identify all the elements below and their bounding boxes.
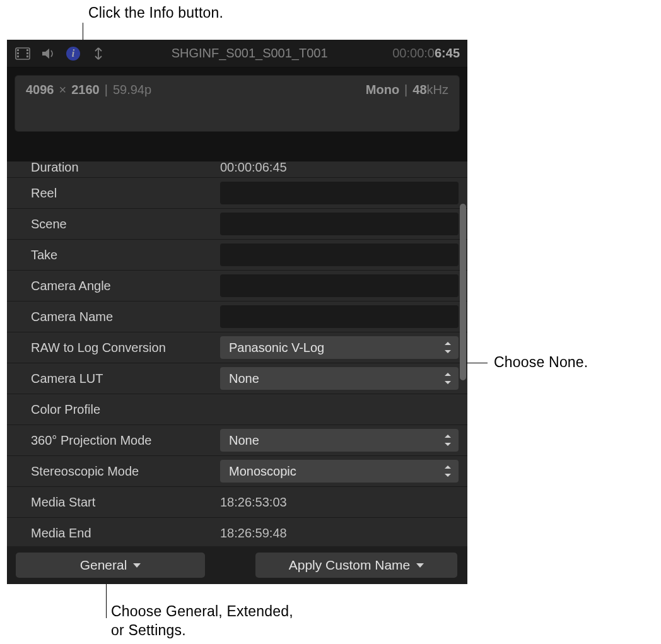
duration-label: Duration <box>31 161 220 175</box>
updown-arrows-icon <box>443 373 452 384</box>
svg-rect-2 <box>17 52 19 54</box>
summary-times: × <box>59 83 67 97</box>
property-list: Duration 00:00:06:45 Reel Scene Take Cam… <box>7 161 467 546</box>
media-end-value: 18:26:59:48 <box>220 526 459 541</box>
projection-mode-label: 360° Projection Mode <box>31 433 220 448</box>
camera-angle-label: Camera Angle <box>31 279 220 293</box>
summary-audio-mode: Mono <box>366 83 399 97</box>
updown-arrows-icon <box>443 342 452 353</box>
metadata-view-label: General <box>80 558 127 573</box>
raw-to-log-label: RAW to Log Conversion <box>31 341 220 355</box>
media-end-row: Media End 18:26:59:48 <box>7 518 467 546</box>
stereoscopic-mode-value: Monoscopic <box>229 464 296 479</box>
media-end-label: Media End <box>31 526 220 541</box>
projection-mode-row: 360° Projection Mode None <box>7 425 467 456</box>
updown-arrows-icon <box>443 435 452 446</box>
take-input[interactable] <box>220 243 459 266</box>
callout-none: Choose None. <box>494 353 588 372</box>
summary-audio-rate: 48 <box>412 83 426 97</box>
stereoscopic-mode-row: Stereoscopic Mode Monoscopic <box>7 456 467 487</box>
camera-name-input[interactable] <box>220 305 459 328</box>
camera-lut-value: None <box>229 372 259 386</box>
media-start-value: 18:26:53:03 <box>220 495 459 510</box>
camera-angle-row: Camera Angle <box>7 271 467 302</box>
raw-to-log-row: RAW to Log Conversion Panasonic V-Log <box>7 332 467 363</box>
take-label: Take <box>31 248 220 262</box>
reel-row: Reel <box>7 178 467 209</box>
audio-inspector-icon[interactable] <box>40 47 56 61</box>
reel-label: Reel <box>31 186 220 201</box>
raw-to-log-select[interactable]: Panasonic V-Log <box>220 336 459 359</box>
summary-height: 2160 <box>71 83 100 97</box>
scrollbar-thumb[interactable] <box>460 204 466 380</box>
camera-lut-row: Camera LUT None <box>7 363 467 394</box>
chevron-down-icon <box>416 563 424 568</box>
apply-custom-name-button[interactable]: Apply Custom Name <box>255 553 457 578</box>
summary-sep2: | <box>404 83 407 97</box>
apply-custom-name-label: Apply Custom Name <box>289 558 411 573</box>
inspector-panel: i SHGINF_S001_S001_T001 00:00:06:45 4096… <box>7 40 467 584</box>
media-start-label: Media Start <box>31 495 220 510</box>
color-profile-row: Color Profile <box>7 394 467 425</box>
inspector-toolbar: i SHGINF_S001_S001_T001 00:00:06:45 <box>7 40 467 67</box>
stereoscopic-mode-select[interactable]: Monoscopic <box>220 460 459 483</box>
share-inspector-icon[interactable] <box>90 47 107 61</box>
timecode-prefix: 00:00:0 <box>392 46 435 60</box>
svg-rect-3 <box>17 56 19 57</box>
clip-summary-banner: 4096 × 2160 | 59.94p Mono | 48kHz <box>15 75 460 132</box>
duration-row: Duration 00:00:06:45 <box>7 161 467 178</box>
take-row: Take <box>7 240 467 271</box>
scrollbar[interactable] <box>460 166 466 519</box>
camera-name-row: Camera Name <box>7 302 467 332</box>
callout-info: Click the Info button. <box>88 4 223 23</box>
camera-lut-select[interactable]: None <box>220 367 459 390</box>
media-start-row: Media Start 18:26:53:03 <box>7 487 467 518</box>
color-profile-label: Color Profile <box>31 402 220 417</box>
svg-rect-5 <box>26 52 28 54</box>
callout-general: Choose General, Extended, or Settings. <box>111 602 300 640</box>
summary-width: 4096 <box>26 83 54 97</box>
callout-line <box>106 580 107 618</box>
projection-mode-select[interactable]: None <box>220 429 459 452</box>
summary-fps: 59.94p <box>113 83 151 97</box>
svg-rect-6 <box>26 56 28 57</box>
camera-name-label: Camera Name <box>31 310 220 324</box>
raw-to-log-value: Panasonic V-Log <box>229 341 324 355</box>
updown-arrows-icon <box>443 465 452 477</box>
clip-name: SHGINF_S001_S001_T001 <box>107 46 392 61</box>
duration-value: 00:00:06:45 <box>220 161 459 175</box>
stereoscopic-mode-label: Stereoscopic Mode <box>31 464 220 479</box>
scene-row: Scene <box>7 209 467 240</box>
summary-sep: | <box>105 83 108 97</box>
svg-rect-4 <box>26 49 28 51</box>
inspector-footer: General Apply Custom Name <box>7 546 467 584</box>
svg-rect-1 <box>17 49 19 51</box>
metadata-view-button[interactable]: General <box>16 553 205 578</box>
camera-angle-input[interactable] <box>220 274 459 297</box>
reel-input[interactable] <box>220 182 459 204</box>
summary-khz: kHz <box>427 83 448 97</box>
timecode-suffix: 6:45 <box>435 46 460 60</box>
scene-label: Scene <box>31 217 220 231</box>
scene-input[interactable] <box>220 213 459 235</box>
chevron-down-icon <box>133 563 141 568</box>
clip-duration-timecode: 00:00:06:45 <box>392 46 460 61</box>
video-inspector-icon[interactable] <box>15 47 31 61</box>
info-inspector-icon[interactable]: i <box>65 47 81 61</box>
projection-mode-value: None <box>229 433 259 448</box>
camera-lut-label: Camera LUT <box>31 372 220 386</box>
